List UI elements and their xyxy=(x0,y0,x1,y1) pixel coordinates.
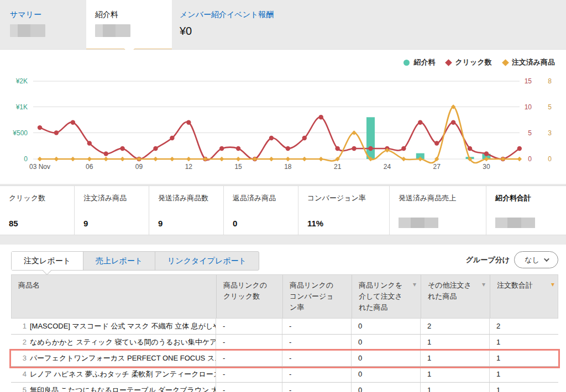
left-axis-tick: ¥1K xyxy=(15,103,28,111)
ordered-items-point[interactable] xyxy=(319,157,323,161)
group-by-dropdown[interactable]: なし xyxy=(514,251,558,268)
tab-member-referral-event-rewards[interactable]: メンバー紹介イベント報酬 ¥0 xyxy=(180,10,274,38)
clicks-point[interactable] xyxy=(434,141,439,145)
ordered-items-point[interactable] xyxy=(87,157,92,161)
left-axis-tick: 0 xyxy=(24,155,28,163)
tab-link-type-report[interactable]: リンクタイプレポート xyxy=(155,252,259,270)
ordered-items-point[interactable] xyxy=(38,157,42,161)
product-name: なめらかかと スティック 寝ている間のうるおい集中ケア 30... xyxy=(30,338,216,346)
tab-referral-fees-selected[interactable]: 紹介料 xyxy=(86,0,172,49)
clicks-point[interactable] xyxy=(104,151,108,156)
product-name-cell: 1[MASCODE] マスコード 公式 マスク 不織布 立体 息がしやす... xyxy=(11,319,216,334)
clicks-point[interactable] xyxy=(219,146,224,151)
tab-sales-report[interactable]: 売上レポート xyxy=(83,252,155,270)
clicks-point[interactable] xyxy=(38,125,42,130)
product-name-cell: 2なめらかかと スティック 寝ている間のうるおい集中ケア 30... xyxy=(11,335,216,350)
clicks-point[interactable] xyxy=(302,136,307,140)
ordered-items-point[interactable] xyxy=(517,157,522,161)
ordered-items-point[interactable] xyxy=(269,157,274,161)
clicks-point[interactable] xyxy=(468,146,472,151)
cell-link-clicks: - xyxy=(216,383,282,392)
clicks-point[interactable] xyxy=(418,120,422,125)
ordered-items-point[interactable] xyxy=(352,130,356,135)
sort-arrow-icon[interactable]: ▾ xyxy=(551,279,554,290)
clicks-point[interactable] xyxy=(170,136,174,140)
order-report-notch xyxy=(43,267,52,276)
clicks-point[interactable] xyxy=(286,146,290,151)
column-header-total-orders[interactable]: 注文数合計▾ xyxy=(490,275,559,318)
table-row[interactable]: 4レノア ハピネス 夢ふわタッチ 柔軟剤 アンティークローズ 詰...--011 xyxy=(11,367,558,383)
row-number: 3 xyxy=(18,351,27,366)
sort-arrow-icon[interactable]: ▾ xyxy=(413,279,416,290)
product-name-cell: 5無印良品 こたつにもなるローテーブル ダークブラウン 大 幅... xyxy=(11,383,216,392)
cell-other-ordered: 1 xyxy=(420,335,489,350)
sort-arrow-icon[interactable]: ▾ xyxy=(482,279,485,290)
tab-summary[interactable]: サマリー xyxy=(10,10,45,37)
ordered-items-point[interactable] xyxy=(104,157,108,161)
ordered-items-line xyxy=(40,107,520,163)
ordered-items-point[interactable] xyxy=(120,157,124,161)
group-by-control: グループ分け なし xyxy=(466,251,558,268)
x-axis-tick: 30 xyxy=(483,163,490,171)
tab-member-rewards-label[interactable]: メンバー紹介イベント報酬 xyxy=(180,10,274,20)
x-axis-tick: 03 Nov xyxy=(29,163,50,171)
chevron-down-icon xyxy=(544,256,549,262)
left-axis-tick: ¥2K xyxy=(15,77,28,85)
tab-link-type-report-label: リンクタイプレポート xyxy=(167,256,247,265)
clicks-point[interactable] xyxy=(120,146,124,151)
clicks-point[interactable] xyxy=(401,146,406,151)
ordered-items-point[interactable] xyxy=(54,157,59,161)
legend-label: クリック数 xyxy=(455,57,491,67)
stats-section: クリック数85注文済み商品9発送済み商品数9返品済み商品0コンバージョン率11%… xyxy=(0,184,566,245)
clicks-point[interactable] xyxy=(451,120,455,125)
clicks-point[interactable] xyxy=(517,146,522,151)
ordered-items-point[interactable] xyxy=(302,157,307,161)
clicks-point[interactable] xyxy=(484,151,489,156)
table-row[interactable]: 5無印良品 こたつにもなるローテーブル ダークブラウン 大 幅...--011 xyxy=(11,383,558,392)
referral-fee-bar[interactable] xyxy=(366,117,375,159)
clicks-point[interactable] xyxy=(153,146,158,151)
ordered-items-point[interactable] xyxy=(286,157,290,161)
ordered-items-point[interactable] xyxy=(236,157,240,161)
cell-link-clicks: - xyxy=(216,367,282,382)
clicks-point[interactable] xyxy=(319,115,323,119)
ordered-items-point[interactable] xyxy=(401,157,406,161)
column-header-other-ordered[interactable]: その他注文された商品▾ xyxy=(421,275,490,318)
clicks-point[interactable] xyxy=(269,136,274,140)
clicks-point[interactable] xyxy=(368,146,373,151)
x-axis-tick: 09 xyxy=(135,163,143,171)
tab-order-report[interactable]: 注文レポート xyxy=(12,252,83,270)
x-axis-tick: 21 xyxy=(334,163,342,171)
clicks-point[interactable] xyxy=(186,120,191,125)
stat-label: 発送済み商品売上 xyxy=(399,193,486,203)
tab-sales-report-label: 売上レポート xyxy=(96,256,143,265)
clicks-point[interactable] xyxy=(54,130,59,135)
legend-item-ordered-items[interactable]: 注文済み商品 xyxy=(503,57,555,67)
x-axis-tick: 18 xyxy=(284,163,292,171)
ordered-items-point[interactable] xyxy=(219,157,224,161)
table-row[interactable]: 2なめらかかと スティック 寝ている間のうるおい集中ケア 30...--011 xyxy=(11,335,558,351)
table-row-highlighted[interactable]: 3パーフェクトワンフォーカス PERFECT ONE FOCUS スムース...… xyxy=(11,351,558,367)
ordered-items-point[interactable] xyxy=(186,157,191,161)
report-tabbar: 注文レポート 売上レポート リンクタイプレポート xyxy=(11,251,259,271)
ordered-items-point[interactable] xyxy=(71,157,75,161)
stat-value: 11% xyxy=(307,219,323,228)
ordered-items-point[interactable] xyxy=(153,157,158,161)
tab-referral-fees-label[interactable]: 紹介料 xyxy=(95,10,172,20)
cell-ordered-via-link: 0 xyxy=(351,335,420,350)
legend-item-referral-fees[interactable]: 紹介料 xyxy=(403,57,435,67)
column-header-ordered-via-link[interactable]: 商品リンクを介して注文された商品▾ xyxy=(352,275,421,318)
clicks-point[interactable] xyxy=(87,141,92,145)
tab-summary-label[interactable]: サマリー xyxy=(10,10,45,20)
group-by-label: グループ分け xyxy=(466,255,510,265)
ordered-items-point[interactable] xyxy=(170,157,174,161)
clicks-point[interactable] xyxy=(236,146,240,151)
clicks-point[interactable] xyxy=(71,120,75,125)
clicks-point[interactable] xyxy=(352,146,356,151)
cell-ordered-via-link: 0 xyxy=(351,367,420,382)
row-number: 5 xyxy=(18,383,27,392)
legend-item-clicks[interactable]: クリック数 xyxy=(446,57,491,67)
table-row[interactable]: 1[MASCODE] マスコード 公式 マスク 不織布 立体 息がしやす...-… xyxy=(11,319,558,335)
stat-label: 発送済み商品数 xyxy=(158,193,223,203)
clicks-point[interactable] xyxy=(335,146,339,151)
